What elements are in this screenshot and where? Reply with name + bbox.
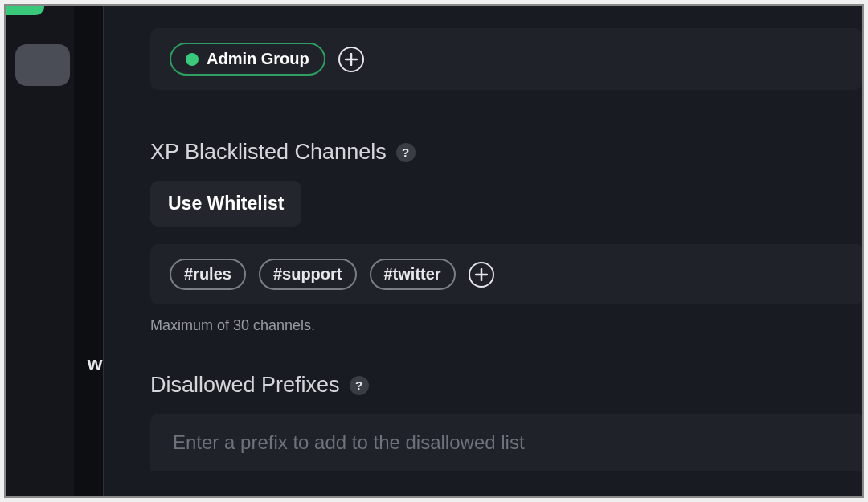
help-icon[interactable]: ? — [396, 143, 416, 162]
add-channel-button[interactable] — [469, 262, 494, 288]
section-title: Disallowed Prefixes — [150, 373, 340, 398]
blacklisted-channels-header: XP Blacklisted Channels ? — [150, 140, 862, 165]
role-color-dot — [186, 53, 199, 66]
server-icon[interactable] — [15, 44, 70, 86]
channel-chip[interactable]: #rules — [170, 259, 246, 290]
disallowed-prefixes-header: Disallowed Prefixes ? — [150, 373, 862, 398]
server-icon-active[interactable] — [4, 4, 44, 15]
add-role-button[interactable] — [338, 47, 364, 72]
nav-rail: wn — [74, 6, 102, 496]
disallowed-prefix-input[interactable] — [173, 431, 841, 454]
use-whitelist-button[interactable]: Use Whitelist — [150, 181, 301, 227]
role-chip-admin-group[interactable]: Admin Group — [170, 43, 326, 76]
role-chip-label: Admin Group — [207, 50, 309, 68]
roles-panel: Admin Group — [150, 28, 862, 90]
channels-helper-text: Maximum of 30 channels. — [150, 317, 862, 334]
server-rail — [6, 6, 74, 496]
help-icon[interactable]: ? — [350, 376, 369, 395]
channel-chip[interactable]: #support — [259, 259, 357, 290]
channel-chip[interactable]: #twitter — [370, 259, 456, 290]
main-content: Admin Group XP Blacklisted Channels ? Us… — [104, 6, 862, 496]
blacklisted-channels-panel: #rules #support #twitter — [150, 244, 864, 304]
plus-icon — [345, 53, 358, 66]
section-title: XP Blacklisted Channels — [150, 140, 387, 165]
plus-icon — [475, 268, 488, 281]
prefix-input-panel — [150, 414, 864, 471]
